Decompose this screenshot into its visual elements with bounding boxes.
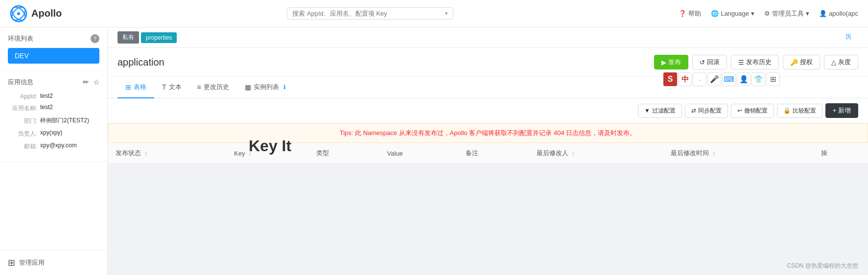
search-dropdown-icon: ▾ [445, 10, 448, 17]
history-icon: ☰ [738, 59, 744, 66]
admin-button[interactable]: ⚙ 管理员工具 ▾ [764, 9, 809, 18]
filter-icon: ▼ [644, 107, 650, 114]
help-icon: ❓ [679, 10, 686, 17]
sort-icon-publish[interactable]: ↕ [145, 150, 148, 156]
col-actions: 操 [813, 143, 868, 164]
env-section: 环境列表 ? DEV [0, 27, 107, 71]
manage-app-item[interactable]: ⊞ 管理应用 [0, 250, 107, 275]
dept-row: 部门: 样例部门2(TEST2) [8, 116, 99, 125]
filter-config-button[interactable]: ▼ 过滤配置 [638, 104, 682, 118]
tab-properties[interactable]: properties [141, 32, 177, 43]
tab-instance-label: 实例列表 [254, 83, 279, 92]
ime-toolbar: S 中 · 🎤 ⌨ 👤 👕 ⊞ [663, 72, 780, 86]
main-layout: 环境列表 ? DEV 应用信息 ✏ ☆ AppId: test2 应用名称: [0, 27, 868, 275]
ime-keyboard-btn[interactable]: ⌨ [722, 72, 736, 86]
app-panel: application ▶ 发布 ↺ 回滚 ☰ 发布历史 � [108, 48, 868, 164]
undo-config-button[interactable]: ↩ 撤销配置 [731, 104, 774, 118]
search-box[interactable]: ▾ [287, 7, 453, 20]
col-type: 类型 [308, 143, 379, 164]
svg-point-3 [17, 12, 20, 15]
email-value: xpy@xpy.com [40, 142, 77, 149]
app-title: application [117, 57, 164, 68]
star-icon[interactable]: ☆ [93, 78, 99, 87]
app-info-icons: ✏ ☆ [83, 78, 99, 87]
rollback-icon: ↺ [700, 59, 705, 66]
dept-value: 样例部门2(TEST2) [40, 116, 89, 125]
admin-label: 管理员工具 [772, 9, 804, 18]
owner-value: xpy(xpy) [40, 129, 62, 136]
sync-config-button[interactable]: ⇄ 同步配置 [685, 104, 728, 118]
text-icon: T [162, 83, 166, 91]
tab-text-label: 文本 [169, 83, 182, 92]
tab-text[interactable]: T 文本 [154, 77, 189, 98]
add-config-button[interactable]: + 新增 [825, 103, 858, 118]
search-input[interactable] [292, 10, 445, 17]
table-icon: ⊞ [125, 83, 131, 91]
tab-private[interactable]: 私有 [117, 31, 139, 44]
undo-icon: ↩ [737, 107, 742, 114]
gear-icon: ⚙ [764, 10, 770, 17]
tab-history[interactable]: ≡ 更改历史 [189, 77, 237, 98]
compare-config-label: 比较配置 [793, 107, 816, 115]
tab-instance[interactable]: ▦ 实例列表 ℹ [237, 77, 294, 98]
email-row: 邮箱: xpy@xpy.com [8, 142, 99, 151]
ime-user-btn[interactable]: 👤 [737, 72, 751, 86]
appname-row: 应用名称: test2 [8, 104, 99, 113]
table-header-row: 发布状态 ↕ Key ↕ 类型 Value 备注 最后修改人 ↕ 最后修改时间 … [108, 143, 868, 164]
gray-button[interactable]: △ 灰度 [824, 55, 858, 69]
history-tab-icon: ≡ [197, 83, 201, 91]
ime-shirt-btn[interactable]: 👕 [751, 72, 765, 86]
appid-row: AppId: test2 [8, 92, 99, 100]
tab-right-label: 历 [845, 33, 851, 41]
namespace-tabs-bar: 私有 properties 历 [108, 27, 868, 48]
env-dev-item[interactable]: DEV [8, 48, 99, 64]
email-label: 邮箱: [8, 142, 37, 151]
warning-tip: Tips: 此 Namespace 从来没有发布过，Apollo 客户端将获取不… [108, 123, 868, 143]
sort-icon-key[interactable]: ↕ [249, 151, 252, 157]
sync-config-label: 同步配置 [698, 107, 722, 115]
rollback-button[interactable]: ↺ 回滚 [692, 55, 727, 69]
compare-config-button[interactable]: 🔒 比较配置 [777, 104, 822, 118]
language-dropdown-icon: ▾ [751, 10, 754, 17]
auth-icon: 🔑 [790, 59, 798, 66]
ime-punct-btn[interactable]: · [693, 72, 706, 86]
help-button[interactable]: ❓ 帮助 [679, 9, 701, 18]
col-remark: 备注 [458, 143, 529, 164]
user-icon: 👤 [819, 10, 827, 17]
appname-label: 应用名称: [8, 104, 37, 113]
action-toolbar: ▼ 过滤配置 ⇄ 同步配置 ↩ 撤销配置 🔒 比较配置 + 新增 [108, 98, 868, 123]
apollo-logo-icon [10, 5, 27, 23]
sync-icon: ⇄ [691, 107, 696, 114]
ime-sogou-btn[interactable]: S [663, 72, 677, 86]
publish-icon: ▶ [661, 59, 666, 66]
admin-dropdown-icon: ▾ [806, 10, 809, 17]
edit-icon[interactable]: ✏ [83, 78, 89, 87]
auth-button[interactable]: 🔑 授权 [783, 55, 820, 69]
undo-config-label: 撤销配置 [744, 107, 768, 115]
sort-icon-modifier[interactable]: ↕ [572, 150, 575, 156]
ime-chinese-btn[interactable]: 中 [678, 72, 692, 86]
add-config-label: + 新增 [833, 106, 851, 115]
language-label: Language [721, 10, 749, 17]
ime-mic-btn[interactable]: 🎤 [707, 72, 721, 86]
language-button[interactable]: 🌐 Language ▾ [711, 10, 754, 17]
sort-icon-time[interactable]: ↕ [713, 150, 716, 156]
tab-right-extra[interactable]: 历 [839, 27, 858, 48]
publish-history-button[interactable]: ☰ 发布历史 [731, 55, 779, 69]
tab-table[interactable]: ⊞ 表格 [117, 77, 154, 98]
publish-button[interactable]: ▶ 发布 [654, 55, 688, 69]
logo: Apollo [10, 5, 62, 23]
logo-text: Apollo [31, 8, 62, 19]
ime-grid-btn[interactable]: ⊞ [766, 72, 780, 86]
col-value: Value [379, 143, 458, 164]
tab-private-label: 私有 [122, 33, 134, 42]
appid-label: AppId: [8, 92, 37, 100]
col-publish-status: 发布状态 ↕ [108, 143, 226, 164]
compare-icon: 🔒 [783, 107, 791, 114]
env-help-icon[interactable]: ? [91, 34, 99, 43]
manage-app-label: 管理应用 [19, 258, 45, 267]
col-last-modified-time: 最后修改时间 ↕ [663, 143, 813, 164]
appid-value: test2 [40, 92, 53, 99]
user-button[interactable]: 👤 apollo(apc [819, 10, 858, 17]
tab-history-label: 更改历史 [204, 83, 229, 92]
